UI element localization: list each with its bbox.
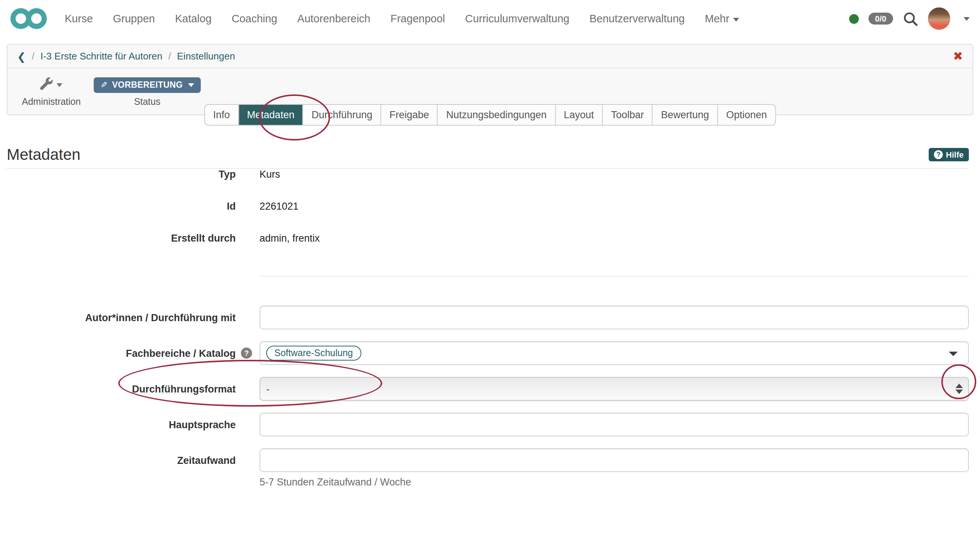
erstellt-durch-label: Erstellt durch <box>7 233 236 244</box>
status-label: Status <box>134 97 161 107</box>
status-menu[interactable]: ✎ VORBEREITUNG Status <box>95 75 199 107</box>
main-nav: Kurse Gruppen Katalog Coaching Autorenbe… <box>65 13 739 24</box>
page-title: Metadaten <box>7 146 81 164</box>
breadcrumb: ❮ / I-3 Erste Schritte für Autoren / Ein… <box>8 45 972 68</box>
nav-item-benutzerverwaltung[interactable]: Benutzerverwaltung <box>589 13 684 24</box>
taxonomy-field[interactable]: Software-Schulung <box>259 341 969 365</box>
taxonomy-tag[interactable]: Software-Schulung <box>266 346 361 361</box>
nav-item-curriculumverwaltung[interactable]: Curriculumverwaltung <box>465 13 569 24</box>
id-label: Id <box>7 201 236 212</box>
chevron-down-icon <box>733 17 739 21</box>
help-button[interactable]: ? Hilfe <box>929 148 969 161</box>
typ-value: Kurs <box>259 169 280 180</box>
effort-input[interactable] <box>259 448 969 472</box>
dropdown-caret-icon[interactable] <box>949 351 958 356</box>
metadata-panel: Metadaten ? Hilfe Typ Kurs Id 2261021 Er… <box>0 146 980 488</box>
authors-row: Autor*innen / Durchführung mit <box>7 305 969 329</box>
taxonomy-label: Fachbereiche / Katalog ? <box>7 348 236 359</box>
erstellt-durch-value: admin, frentix <box>259 233 320 244</box>
tab-metadaten[interactable]: Metadaten <box>238 105 302 125</box>
back-chevron-icon[interactable]: ❮ <box>17 50 25 62</box>
administration-menu[interactable]: Administration <box>8 75 95 107</box>
static-row-erstellt-durch: Erstellt durch admin, frentix <box>7 233 969 244</box>
status-badge[interactable]: ✎ VORBEREITUNG <box>94 77 201 92</box>
course-header-card: ❮ / I-3 Erste Schritte für Autoren / Ein… <box>7 44 973 115</box>
effort-label: Zeitaufwand <box>7 455 236 466</box>
wrench-icon <box>40 77 53 92</box>
nav-item-mehr[interactable]: Mehr <box>705 13 739 24</box>
presence-indicator-icon <box>849 14 858 24</box>
tab-toolbar[interactable]: Toolbar <box>602 105 652 125</box>
tab-optionen[interactable]: Optionen <box>717 105 775 125</box>
app-root: Kurse Gruppen Katalog Coaching Autorenbe… <box>0 0 980 536</box>
static-row-id: Id 2261021 <box>7 201 969 212</box>
question-icon: ? <box>934 150 943 159</box>
tab-bewertung[interactable]: Bewertung <box>652 105 717 125</box>
top-navbar: Kurse Gruppen Katalog Coaching Autorenbe… <box>0 0 980 37</box>
effort-helper-text: 5-7 Stunden Zeitaufwand / Woche <box>259 477 969 488</box>
tab-layout[interactable]: Layout <box>555 105 602 125</box>
openolat-logo-icon[interactable] <box>10 8 47 29</box>
format-select[interactable]: - <box>259 377 969 401</box>
close-icon[interactable]: ✖ <box>953 50 963 62</box>
authors-input[interactable] <box>259 305 969 329</box>
tab-freigabe[interactable]: Freigabe <box>381 105 438 125</box>
taxonomy-row: Fachbereiche / Katalog ? Software-Schulu… <box>7 341 969 365</box>
chevron-down-icon <box>57 83 62 87</box>
user-menu-chevron-icon[interactable] <box>964 17 970 21</box>
authors-label: Autor*innen / Durchführung mit <box>7 312 236 323</box>
typ-label: Typ <box>7 169 236 180</box>
section-divider <box>259 276 969 277</box>
nav-item-fragenpool[interactable]: Fragenpool <box>390 13 445 24</box>
avatar[interactable] <box>928 8 950 30</box>
breadcrumb-settings-link[interactable]: Einstellungen <box>177 51 235 62</box>
tab-info[interactable]: Info <box>205 105 238 125</box>
chevron-down-icon <box>188 83 194 87</box>
id-value: 2261021 <box>259 201 299 212</box>
search-icon[interactable] <box>903 11 918 26</box>
format-label: Durchführungsformat <box>7 383 236 394</box>
administration-label: Administration <box>22 97 81 107</box>
language-row: Hauptsprache <box>7 413 969 436</box>
field-help-icon[interactable]: ? <box>241 348 252 359</box>
nav-item-gruppen[interactable]: Gruppen <box>113 13 155 24</box>
effort-row: Zeitaufwand <box>7 448 969 472</box>
breadcrumb-course-link[interactable]: I-3 Erste Schritte für Autoren <box>41 51 162 62</box>
nav-item-coaching[interactable]: Coaching <box>232 13 277 24</box>
language-input[interactable] <box>259 413 969 436</box>
language-label: Hauptsprache <box>7 419 236 430</box>
navbar-right: 0/0 <box>849 8 970 30</box>
tab-durchfuehrung[interactable]: Durchführung <box>302 105 381 125</box>
settings-tabs: Info Metadaten Durchführung Freigabe Nut… <box>204 104 776 126</box>
static-row-typ: Typ Kurs <box>7 169 969 180</box>
format-row: Durchführungsformat - <box>7 377 969 401</box>
nav-item-autorenbereich[interactable]: Autorenbereich <box>298 13 371 24</box>
nav-item-kurse[interactable]: Kurse <box>65 13 93 24</box>
nav-item-katalog[interactable]: Katalog <box>175 13 212 24</box>
pencil-icon: ✎ <box>101 80 108 89</box>
tab-nutzungsbedingungen[interactable]: Nutzungsbedingungen <box>437 105 555 125</box>
select-spinner-icon <box>956 383 963 394</box>
chat-counter-badge[interactable]: 0/0 <box>868 13 893 24</box>
